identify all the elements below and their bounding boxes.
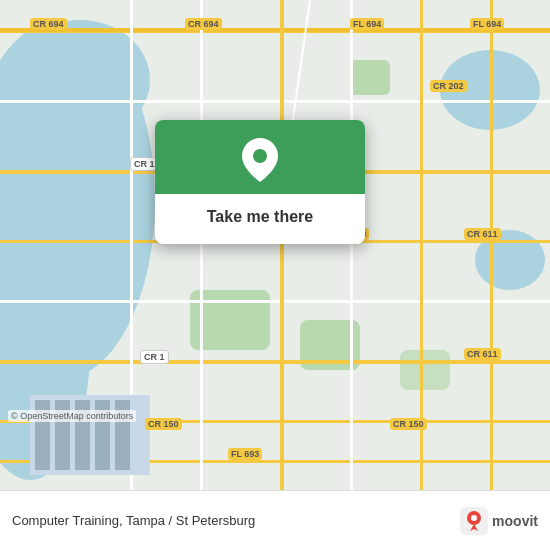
road-label-cr202: CR 202 (430, 80, 467, 92)
moovit-logo: moovit (460, 507, 538, 535)
svg-rect-13 (0, 100, 550, 103)
svg-rect-16 (0, 300, 550, 303)
road-label-cr611-r1: CR 611 (464, 228, 501, 240)
road-label-cr1-bottom: CR 1 (140, 350, 169, 364)
svg-rect-17 (0, 360, 550, 364)
bottom-bar: Computer Training, Tampa / St Petersburg… (0, 490, 550, 550)
svg-rect-21 (200, 0, 203, 490)
moovit-text: moovit (492, 513, 538, 529)
svg-rect-22 (280, 0, 284, 490)
road-label-cr694-tc: CR 694 (185, 18, 222, 30)
svg-rect-8 (400, 350, 450, 390)
location-popup: Take me there (155, 120, 365, 244)
moovit-icon (460, 507, 488, 535)
location-description: Computer Training, Tampa / St Petersburg (12, 513, 255, 528)
svg-rect-12 (0, 28, 550, 32)
svg-point-3 (10, 20, 150, 140)
road-label-cr694-tl: CR 694 (30, 18, 67, 30)
popup-header (155, 120, 365, 194)
location-pin-icon (242, 138, 278, 182)
svg-rect-9 (350, 60, 390, 95)
road-label-cr150-left: CR 150 (145, 418, 182, 430)
svg-rect-24 (420, 0, 423, 490)
take-me-there-button[interactable]: Take me there (169, 204, 351, 230)
svg-rect-23 (350, 0, 353, 490)
road-label-fl694-tr2: FL 694 (470, 18, 504, 30)
road-label-cr150-right: CR 150 (390, 418, 427, 430)
road-label-fl693-bottom: FL 693 (228, 448, 262, 460)
road-label-fl694-tr1: FL 694 (350, 18, 384, 30)
svg-point-36 (471, 515, 477, 521)
map-area: CR 694 CR 694 FL 694 FL 694 CR 202 CR 1 … (0, 0, 550, 490)
svg-rect-25 (490, 0, 493, 490)
svg-point-33 (253, 149, 267, 163)
road-label-cr611-r2: CR 611 (464, 348, 501, 360)
popup-body: Take me there (155, 194, 365, 244)
copyright-text: © OpenStreetMap contributors (8, 410, 136, 422)
